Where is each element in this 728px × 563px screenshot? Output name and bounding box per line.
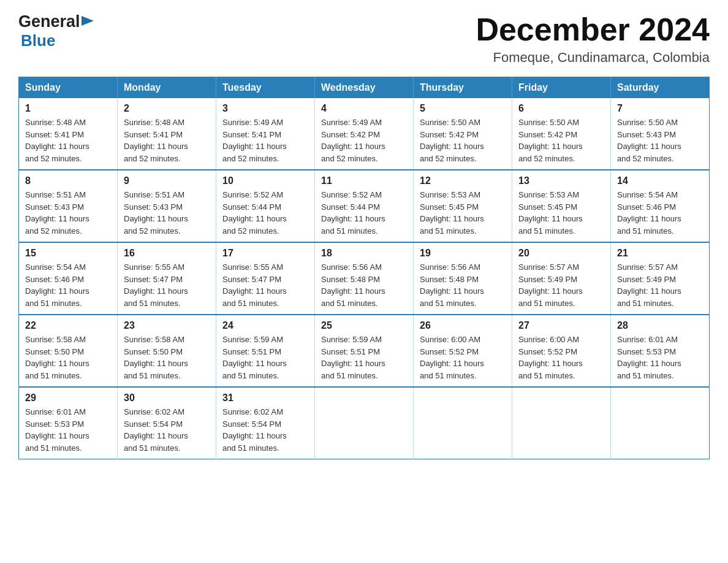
day-info: Sunrise: 6:02 AMSunset: 5:54 PMDaylight:…	[124, 407, 188, 453]
day-number: 11	[321, 175, 407, 186]
table-row	[611, 387, 710, 459]
day-number: 27	[518, 320, 604, 331]
table-row: 15 Sunrise: 5:54 AMSunset: 5:46 PMDaylig…	[19, 242, 118, 315]
logo-blue-text: Blue	[21, 31, 55, 50]
day-info: Sunrise: 5:50 AMSunset: 5:43 PMDaylight:…	[617, 118, 681, 163]
day-number: 21	[617, 248, 703, 259]
header-sunday: Sunday	[19, 77, 118, 99]
day-info: Sunrise: 5:52 AMSunset: 5:44 PMDaylight:…	[321, 190, 385, 236]
calendar-week-row: 8 Sunrise: 5:51 AMSunset: 5:43 PMDayligh…	[19, 170, 710, 242]
day-number: 12	[420, 175, 506, 186]
table-row: 11 Sunrise: 5:52 AMSunset: 5:44 PMDaylig…	[315, 170, 414, 242]
day-number: 13	[518, 175, 604, 186]
calendar-week-row: 15 Sunrise: 5:54 AMSunset: 5:46 PMDaylig…	[19, 242, 710, 315]
table-row: 23 Sunrise: 5:58 AMSunset: 5:50 PMDaylig…	[118, 315, 216, 387]
day-info: Sunrise: 5:48 AMSunset: 5:41 PMDaylight:…	[25, 118, 89, 163]
day-number: 6	[518, 103, 604, 114]
day-info: Sunrise: 5:56 AMSunset: 5:48 PMDaylight:…	[321, 262, 385, 308]
day-number: 18	[321, 248, 407, 259]
day-number: 22	[25, 320, 111, 331]
table-row: 5 Sunrise: 5:50 AMSunset: 5:42 PMDayligh…	[414, 98, 512, 170]
calendar-header-row: Sunday Monday Tuesday Wednesday Thursday…	[19, 77, 710, 99]
table-row: 1 Sunrise: 5:48 AMSunset: 5:41 PMDayligh…	[19, 98, 118, 170]
day-number: 5	[420, 103, 506, 114]
day-info: Sunrise: 5:50 AMSunset: 5:42 PMDaylight:…	[518, 118, 583, 163]
day-info: Sunrise: 5:54 AMSunset: 5:46 PMDaylight:…	[25, 262, 89, 308]
table-row	[414, 387, 512, 459]
table-row: 7 Sunrise: 5:50 AMSunset: 5:43 PMDayligh…	[611, 98, 710, 170]
day-number: 31	[222, 393, 308, 404]
svg-marker-0	[82, 16, 94, 26]
table-row: 20 Sunrise: 5:57 AMSunset: 5:49 PMDaylig…	[512, 242, 611, 315]
calendar-week-row: 22 Sunrise: 5:58 AMSunset: 5:50 PMDaylig…	[19, 315, 710, 387]
day-info: Sunrise: 5:49 AMSunset: 5:42 PMDaylight:…	[321, 118, 385, 163]
day-number: 24	[222, 320, 308, 331]
table-row: 19 Sunrise: 5:56 AMSunset: 5:48 PMDaylig…	[414, 242, 512, 315]
day-info: Sunrise: 5:55 AMSunset: 5:47 PMDaylight:…	[222, 262, 287, 308]
day-info: Sunrise: 5:59 AMSunset: 5:51 PMDaylight:…	[321, 335, 385, 380]
table-row: 30 Sunrise: 6:02 AMSunset: 5:54 PMDaylig…	[118, 387, 216, 459]
day-info: Sunrise: 5:49 AMSunset: 5:41 PMDaylight:…	[222, 118, 287, 163]
table-row: 9 Sunrise: 5:51 AMSunset: 5:43 PMDayligh…	[118, 170, 216, 242]
day-info: Sunrise: 5:48 AMSunset: 5:41 PMDaylight:…	[124, 118, 188, 163]
day-info: Sunrise: 5:53 AMSunset: 5:45 PMDaylight:…	[518, 190, 583, 236]
table-row: 10 Sunrise: 5:52 AMSunset: 5:44 PMDaylig…	[216, 170, 315, 242]
day-number: 2	[124, 103, 210, 114]
table-row: 21 Sunrise: 5:57 AMSunset: 5:49 PMDaylig…	[611, 242, 710, 315]
day-info: Sunrise: 6:00 AMSunset: 5:52 PMDaylight:…	[518, 335, 583, 380]
table-row: 29 Sunrise: 6:01 AMSunset: 5:53 PMDaylig…	[19, 387, 118, 459]
day-info: Sunrise: 5:57 AMSunset: 5:49 PMDaylight:…	[518, 262, 583, 308]
page-header: General Blue December 2024 Fomeque, Cund…	[18, 12, 710, 66]
table-row: 22 Sunrise: 5:58 AMSunset: 5:50 PMDaylig…	[19, 315, 118, 387]
calendar-table: Sunday Monday Tuesday Wednesday Thursday…	[18, 77, 710, 459]
day-number: 4	[321, 103, 407, 114]
day-info: Sunrise: 5:52 AMSunset: 5:44 PMDaylight:…	[222, 190, 287, 236]
day-number: 28	[617, 320, 703, 331]
day-number: 26	[420, 320, 506, 331]
table-row: 28 Sunrise: 6:01 AMSunset: 5:53 PMDaylig…	[611, 315, 710, 387]
day-info: Sunrise: 5:56 AMSunset: 5:48 PMDaylight:…	[420, 262, 484, 308]
calendar-subtitle: Fomeque, Cundinamarca, Colombia	[476, 50, 710, 66]
day-info: Sunrise: 5:50 AMSunset: 5:42 PMDaylight:…	[420, 118, 484, 163]
day-number: 3	[222, 103, 308, 114]
header-thursday: Thursday	[414, 77, 512, 99]
table-row: 26 Sunrise: 6:00 AMSunset: 5:52 PMDaylig…	[414, 315, 512, 387]
day-info: Sunrise: 6:01 AMSunset: 5:53 PMDaylight:…	[25, 407, 89, 453]
day-number: 17	[222, 248, 308, 259]
table-row: 16 Sunrise: 5:55 AMSunset: 5:47 PMDaylig…	[118, 242, 216, 315]
day-number: 9	[124, 175, 210, 186]
table-row: 3 Sunrise: 5:49 AMSunset: 5:41 PMDayligh…	[216, 98, 315, 170]
day-number: 16	[124, 248, 210, 259]
table-row: 4 Sunrise: 5:49 AMSunset: 5:42 PMDayligh…	[315, 98, 414, 170]
day-info: Sunrise: 6:00 AMSunset: 5:52 PMDaylight:…	[420, 335, 484, 380]
table-row: 18 Sunrise: 5:56 AMSunset: 5:48 PMDaylig…	[315, 242, 414, 315]
calendar-title: December 2024	[476, 12, 710, 47]
day-info: Sunrise: 5:59 AMSunset: 5:51 PMDaylight:…	[222, 335, 287, 380]
day-number: 20	[518, 248, 604, 259]
day-number: 8	[25, 175, 111, 186]
table-row: 8 Sunrise: 5:51 AMSunset: 5:43 PMDayligh…	[19, 170, 118, 242]
title-block: December 2024 Fomeque, Cundinamarca, Col…	[476, 12, 710, 66]
day-info: Sunrise: 5:58 AMSunset: 5:50 PMDaylight:…	[124, 335, 188, 380]
day-info: Sunrise: 5:54 AMSunset: 5:46 PMDaylight:…	[617, 190, 681, 236]
day-number: 19	[420, 248, 506, 259]
table-row	[512, 387, 611, 459]
day-info: Sunrise: 6:01 AMSunset: 5:53 PMDaylight:…	[617, 335, 681, 380]
day-info: Sunrise: 5:51 AMSunset: 5:43 PMDaylight:…	[25, 190, 89, 236]
table-row: 13 Sunrise: 5:53 AMSunset: 5:45 PMDaylig…	[512, 170, 611, 242]
header-saturday: Saturday	[611, 77, 710, 99]
day-number: 23	[124, 320, 210, 331]
calendar-week-row: 1 Sunrise: 5:48 AMSunset: 5:41 PMDayligh…	[19, 98, 710, 170]
day-info: Sunrise: 6:02 AMSunset: 5:54 PMDaylight:…	[222, 407, 287, 453]
day-number: 25	[321, 320, 407, 331]
day-info: Sunrise: 5:51 AMSunset: 5:43 PMDaylight:…	[124, 190, 188, 236]
day-info: Sunrise: 5:55 AMSunset: 5:47 PMDaylight:…	[124, 262, 188, 308]
logo: General Blue	[18, 12, 95, 50]
day-number: 29	[25, 393, 111, 404]
day-info: Sunrise: 5:53 AMSunset: 5:45 PMDaylight:…	[420, 190, 484, 236]
table-row: 12 Sunrise: 5:53 AMSunset: 5:45 PMDaylig…	[414, 170, 512, 242]
header-tuesday: Tuesday	[216, 77, 315, 99]
day-number: 30	[124, 393, 210, 404]
day-info: Sunrise: 5:58 AMSunset: 5:50 PMDaylight:…	[25, 335, 89, 380]
day-number: 15	[25, 248, 111, 259]
